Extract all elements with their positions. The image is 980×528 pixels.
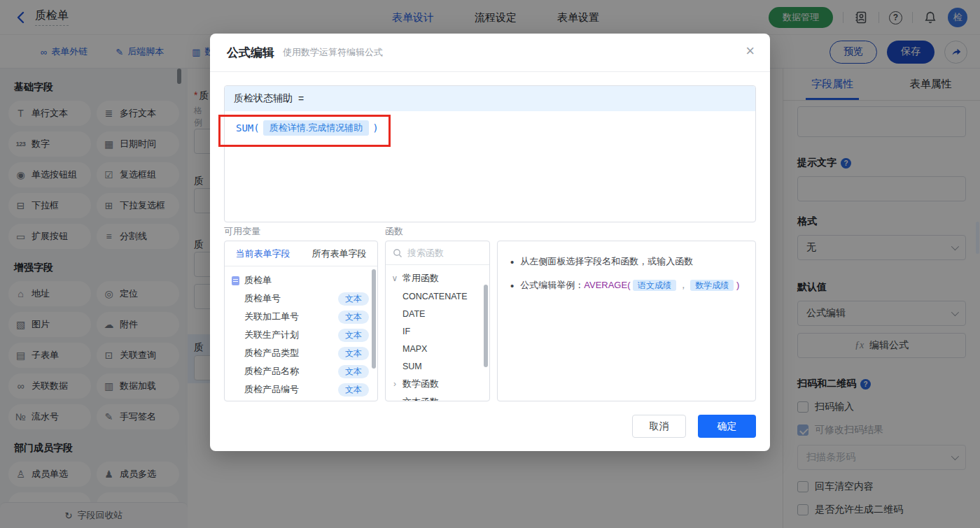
- equals-sign: =: [298, 93, 304, 104]
- tab-all-form-fields[interactable]: 所有表单字段: [301, 241, 377, 266]
- field-type-badge: 文本: [338, 329, 369, 342]
- formula-function: SUM(: [236, 122, 260, 134]
- variables-tabs: 当前表单字段 所有表单字段: [225, 241, 377, 266]
- function-item-MAPX[interactable]: MAPX: [386, 340, 489, 357]
- function-item-SUM[interactable]: SUM: [386, 357, 489, 375]
- formula-field-chip[interactable]: 质检详情.完成情况辅助: [263, 120, 370, 136]
- function-group-label: 数学函数: [402, 378, 439, 390]
- chevron-right-icon: ›: [391, 379, 398, 389]
- variable-field-name: 质检产品名称: [244, 365, 299, 378]
- function-item-DATE[interactable]: DATE: [386, 305, 489, 322]
- function-group-常用函数[interactable]: ∨常用函数: [386, 269, 489, 287]
- function-item-IF[interactable]: IF: [386, 322, 489, 340]
- variables-label: 可用变量: [224, 225, 260, 238]
- scrollbar-thumb[interactable]: [372, 269, 376, 369]
- modal-header: 公式编辑 使用数学运算符编辑公式: [210, 34, 770, 72]
- close-icon[interactable]: ×: [746, 43, 755, 59]
- scrollbar-thumb[interactable]: [484, 285, 488, 367]
- field-type-badge: 文本: [338, 365, 369, 378]
- variable-field-关联生产计划[interactable]: 关联生产计划文本: [225, 326, 377, 344]
- formula-target-bar: 质检状态辅助 =: [225, 86, 755, 111]
- function-search-input[interactable]: [407, 248, 474, 258]
- confirm-button[interactable]: 确定: [698, 415, 756, 438]
- chevron-right-icon: ›: [391, 397, 398, 401]
- variables-tree: 质检单 质检单号文本关联加工单号文本关联生产计划文本质检产品类型文本质检产品名称…: [225, 266, 377, 401]
- formula-editor-modal: 公式编辑 使用数学运算符编辑公式 × 质检状态辅助 = SUM( 质检详情.完成…: [210, 34, 770, 451]
- hints-panel: • 从左侧面板选择字段名和函数，或输入函数 • 公式编辑举例：AVERAGE( …: [497, 241, 756, 401]
- function-group-数学函数[interactable]: ›数学函数: [386, 375, 489, 393]
- modal-title: 公式编辑: [227, 45, 274, 61]
- field-type-badge: 文本: [338, 383, 369, 397]
- modal-footer: 取消 确定: [632, 415, 756, 438]
- variable-field-name: 质检单号: [244, 292, 281, 305]
- function-item-CONCATENATE[interactable]: CONCATENATE: [386, 287, 489, 305]
- tab-current-form-fields[interactable]: 当前表单字段: [225, 241, 301, 266]
- variables-root-node[interactable]: 质检单: [225, 271, 377, 290]
- search-icon: [393, 248, 402, 258]
- formula-closing-paren: ): [372, 122, 378, 134]
- bullet-icon: •: [510, 257, 514, 267]
- function-group-label: 文本函数: [402, 396, 439, 401]
- scrollbar-thumb[interactable]: [976, 222, 979, 254]
- page: 质检单 表单设计 流程设定 表单设置 数据管理 ? 检 ∞表单外链✎后端脚本▥数…: [0, 0, 980, 528]
- variable-field-name: 质检产品类型: [244, 347, 299, 359]
- variable-field-name: 关联生产计划: [244, 329, 299, 341]
- functions-label: 函数: [385, 225, 403, 238]
- document-icon: [232, 276, 239, 285]
- function-search[interactable]: [386, 241, 489, 265]
- field-type-badge: 文本: [338, 347, 369, 360]
- bullet-icon: •: [510, 280, 514, 291]
- variable-field-质检产品编号[interactable]: 质检产品编号文本: [225, 380, 377, 399]
- modal-subtitle: 使用数学运算符编辑公式: [283, 46, 383, 59]
- function-group-文本函数[interactable]: ›文本函数: [386, 393, 489, 401]
- functions-tree: ∨常用函数CONCATENATEDATEIFMAPXSUM›数学函数›文本函数: [386, 265, 489, 401]
- hint-example: 公式编辑举例：AVERAGE( 语文成绩 ， 数学成绩 ): [520, 279, 739, 292]
- variable-field-质检产品类型[interactable]: 质检产品类型文本: [225, 344, 377, 362]
- variable-field-质检产品名称[interactable]: 质检产品名称文本: [225, 362, 377, 380]
- field-type-badge: 文本: [338, 311, 369, 324]
- cancel-button[interactable]: 取消: [632, 415, 686, 438]
- variables-panel: 当前表单字段 所有表单字段 质检单 质检单号文本关联加工单号文本关联生产计划文本…: [224, 241, 378, 401]
- functions-panel: ∨常用函数CONCATENATEDATEIFMAPXSUM›数学函数›文本函数: [385, 241, 490, 401]
- formula-expression[interactable]: SUM( 质检详情.完成情况辅助 ): [225, 111, 755, 145]
- variable-field-name: 关联加工单号: [244, 311, 299, 323]
- hint-line-1: • 从左侧面板选择字段名和函数，或输入函数: [510, 255, 743, 268]
- variable-field-质检单号[interactable]: 质检单号文本: [225, 290, 377, 308]
- chevron-down-icon: ∨: [391, 273, 398, 283]
- formula-editor-box[interactable]: 质检状态辅助 = SUM( 质检详情.完成情况辅助 ): [224, 85, 756, 222]
- variable-field-name: 质检产品编号: [244, 383, 299, 396]
- hint-line-2: • 公式编辑举例：AVERAGE( 语文成绩 ， 数学成绩 ): [510, 279, 743, 292]
- field-type-badge: 文本: [338, 292, 369, 306]
- formula-target: 质检状态辅助: [234, 92, 293, 105]
- function-group-label: 常用函数: [402, 272, 439, 285]
- variable-field-关联加工单号[interactable]: 关联加工单号文本: [225, 308, 377, 326]
